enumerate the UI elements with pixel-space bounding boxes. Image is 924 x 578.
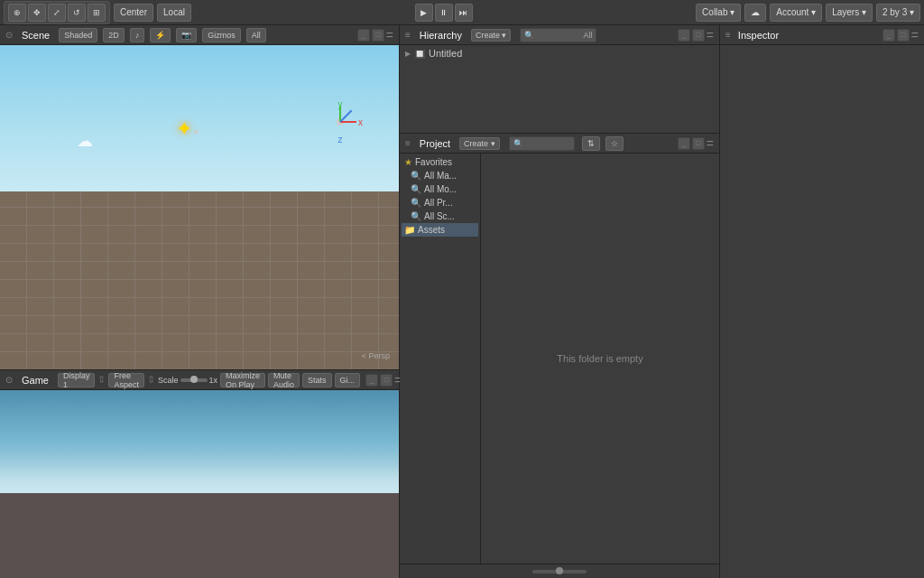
play-button[interactable]: ▶ bbox=[415, 4, 433, 22]
mute-audio-btn[interactable]: Mute Audio bbox=[268, 373, 300, 387]
transform-tools-group: ⊕ ✥ ⤢ ↺ ⊞ bbox=[4, 1, 110, 24]
maximize-on-play-btn[interactable]: Maximize On Play bbox=[220, 373, 265, 387]
scene-grid bbox=[0, 191, 399, 369]
inspector-menu[interactable]: = bbox=[911, 29, 919, 42]
shading-dropdown[interactable]: Shaded bbox=[59, 28, 97, 42]
perspective-label: < Persp bbox=[362, 351, 390, 360]
sun-icon: ✦ bbox=[176, 117, 198, 139]
fx-toggle[interactable]: ⚡ bbox=[150, 28, 171, 42]
pivot-center-btn[interactable]: Center bbox=[114, 4, 153, 22]
hierarchy-create-btn[interactable]: Create ▾ bbox=[471, 29, 512, 42]
aspect-dropdown[interactable]: Free Aspect bbox=[108, 373, 144, 387]
account-button[interactable]: Account ▾ bbox=[770, 4, 822, 22]
inspector-panel: ≡ Inspector _ □ = bbox=[720, 25, 924, 578]
collab-button[interactable]: Collab ▾ bbox=[696, 4, 741, 22]
scale-control: Scale 1x bbox=[158, 376, 217, 385]
project-sort-btn[interactable]: ⇅ bbox=[582, 136, 600, 151]
scene-header: ⊙ Scene Shaded 2D ♪ ⚡ 📷 Gizmos All bbox=[0, 25, 399, 45]
layout-button[interactable]: 2 by 3 ▾ bbox=[876, 4, 920, 22]
display-dropdown[interactable]: Display 1 bbox=[58, 373, 96, 387]
project-panel: ≡ Project Create ▾ 🔍 ⇅ ☆ _ □ = bbox=[400, 134, 719, 578]
pivot-local-btn[interactable]: Local bbox=[157, 4, 191, 22]
project-window-controls: _ □ = bbox=[678, 137, 714, 150]
inspector-tab[interactable]: Inspector bbox=[735, 30, 782, 41]
all-materials-folder[interactable]: 🔍 All Ma... bbox=[402, 169, 478, 182]
game-maximize[interactable]: □ bbox=[380, 374, 393, 387]
scene-minimize[interactable]: _ bbox=[357, 29, 370, 42]
all-layers-btn[interactable]: All bbox=[246, 28, 266, 42]
favorites-icon: ★ bbox=[404, 157, 412, 167]
project-search-input[interactable] bbox=[525, 139, 570, 148]
game-view: ⊙ Game Display 1 ⇕ Free Aspect ⇕ Scale bbox=[0, 370, 399, 578]
left-panel: ⊙ Scene Shaded 2D ♪ ⚡ 📷 Gizmos All bbox=[0, 25, 400, 578]
audio-toggle[interactable]: ♪ bbox=[130, 28, 145, 42]
search-filter-icon-2: 🔍 bbox=[411, 198, 421, 208]
inspector-content bbox=[720, 45, 924, 578]
scene-view: ⊙ Scene Shaded 2D ♪ ⚡ 📷 Gizmos All bbox=[0, 25, 399, 370]
game-ground bbox=[0, 493, 399, 578]
top-toolbar: ⊕ ✥ ⤢ ↺ ⊞ Center Local ▶ ⏸ ⏭ Collab ▾ ☁ … bbox=[0, 0, 924, 25]
scene-maximize[interactable]: □ bbox=[372, 29, 384, 42]
scene-viewport: ✦ ☁ x y z < Persp bbox=[0, 45, 399, 369]
all-models-folder[interactable]: 🔍 All Mo... bbox=[402, 182, 478, 196]
project-tab[interactable]: Project bbox=[416, 138, 454, 149]
project-minimize[interactable]: _ bbox=[678, 137, 690, 150]
hierarchy-menu[interactable]: = bbox=[707, 29, 714, 42]
middle-panel: ≡ Hierarchy Create ▾ 🔍 All _ □ = bbox=[400, 25, 720, 578]
layers-button[interactable]: Layers ▾ bbox=[826, 4, 873, 22]
project-create-btn[interactable]: Create ▾ bbox=[459, 137, 500, 150]
2d-toggle[interactable]: 2D bbox=[103, 28, 125, 42]
hierarchy-maximize[interactable]: □ bbox=[692, 29, 705, 42]
transform-btn-4[interactable]: ⊞ bbox=[88, 4, 106, 22]
inspector-header: ≡ Inspector _ □ = bbox=[720, 25, 924, 45]
transform-btn-1[interactable]: ✥ bbox=[28, 4, 46, 22]
all-scenes-folder[interactable]: 🔍 All Sc... bbox=[402, 210, 478, 223]
hierarchy-minimize[interactable]: _ bbox=[678, 29, 690, 42]
search-filter-icon-3: 🔍 bbox=[411, 211, 421, 221]
inspector-window-controls: _ □ = bbox=[882, 29, 919, 42]
search-filter-icon-1: 🔍 bbox=[411, 184, 421, 194]
hierarchy-search-input[interactable] bbox=[536, 31, 581, 40]
pause-button[interactable]: ⏸ bbox=[435, 4, 453, 22]
all-prefabs-folder[interactable]: 🔍 All Pr... bbox=[402, 196, 478, 210]
project-maximize[interactable]: □ bbox=[692, 137, 705, 150]
project-search[interactable]: 🔍 bbox=[509, 136, 575, 151]
favorites-folder[interactable]: ★ Favorites bbox=[402, 155, 478, 169]
game-minimize[interactable]: _ bbox=[365, 374, 378, 387]
transform-btn-2[interactable]: ⤢ bbox=[48, 4, 66, 22]
transform-btn-3[interactable]: ↺ bbox=[68, 4, 86, 22]
project-header: ≡ Project Create ▾ 🔍 ⇅ ☆ _ □ = bbox=[400, 134, 719, 154]
hierarchy-search[interactable]: 🔍 All bbox=[520, 28, 596, 42]
game-viewport bbox=[0, 390, 399, 578]
cloud-icon: ☁ bbox=[77, 131, 93, 151]
project-content-area: This folder is empty bbox=[481, 154, 719, 564]
scene-menu[interactable]: = bbox=[386, 29, 393, 42]
cloud-button[interactable]: ☁ bbox=[744, 4, 766, 22]
hierarchy-tab[interactable]: Hierarchy bbox=[416, 30, 466, 41]
project-tree: ★ Favorites 🔍 All Ma... 🔍 All Mo... 🔍 Al… bbox=[400, 154, 481, 564]
inspector-minimize[interactable]: _ bbox=[882, 29, 895, 42]
project-filter-btn[interactable]: ☆ bbox=[605, 136, 624, 151]
hierarchy-all-label: All bbox=[583, 31, 592, 40]
scene-tab[interactable]: Scene bbox=[18, 30, 53, 41]
game-window-controls: _ □ = bbox=[365, 374, 402, 387]
gizmos-dropdown[interactable]: Gizmos bbox=[202, 28, 241, 42]
stats-btn[interactable]: Stats bbox=[302, 373, 332, 387]
transform-btn-0[interactable]: ⊕ bbox=[8, 4, 26, 22]
project-footer bbox=[400, 564, 719, 578]
inspector-maximize[interactable]: □ bbox=[897, 29, 910, 42]
assets-folder[interactable]: 📁 Assets bbox=[402, 223, 478, 237]
project-search-icon: 🔍 bbox=[513, 139, 523, 148]
scene-cam-toggle[interactable]: 📷 bbox=[176, 28, 197, 42]
step-button[interactable]: ⏭ bbox=[455, 4, 473, 22]
game-gizmos-btn[interactable]: Gi... bbox=[335, 373, 361, 387]
hierarchy-item-untitled[interactable]: ▶ 🔲 Untitled bbox=[402, 47, 717, 60]
scale-slider[interactable] bbox=[180, 378, 208, 382]
zoom-slider[interactable] bbox=[532, 570, 587, 573]
hier-arrow-icon: ▶ bbox=[405, 50, 411, 58]
play-controls: ▶ ⏸ ⏭ bbox=[415, 4, 473, 22]
folder-icon: 📁 bbox=[404, 225, 415, 235]
game-header: ⊙ Game Display 1 ⇕ Free Aspect ⇕ Scale bbox=[0, 370, 399, 390]
project-menu[interactable]: = bbox=[707, 137, 714, 150]
game-tab[interactable]: Game bbox=[18, 375, 52, 386]
